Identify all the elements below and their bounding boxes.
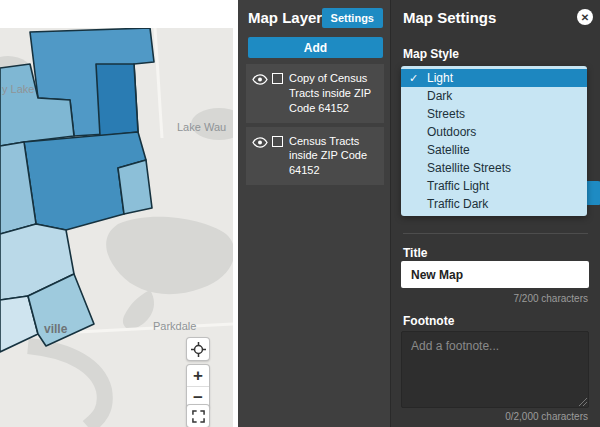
footnote-textarea[interactable] bbox=[401, 331, 589, 408]
layer-name: Census Tracts inside ZIP Code 64152 bbox=[289, 134, 378, 179]
settings-panel-title: Map Settings bbox=[403, 9, 496, 26]
title-label: Title bbox=[403, 246, 427, 260]
map-style-option[interactable]: ✓ Light bbox=[401, 69, 587, 87]
footnote-label: Footnote bbox=[403, 314, 454, 328]
map-settings-panel: Map Settings ✕ Map Style ✓ Light Dark St… bbox=[390, 0, 600, 427]
map-style-option[interactable]: Dark bbox=[401, 87, 587, 105]
layer-list: Copy of Census Tracts inside ZIP Code 64… bbox=[246, 64, 384, 189]
layers-panel: Map Layers Settings Add Copy of Census T… bbox=[238, 0, 390, 427]
title-char-counter: 7/200 characters bbox=[514, 293, 589, 304]
layer-name: Copy of Census Tracts inside ZIP Code 64… bbox=[289, 71, 378, 116]
map-label-lake: y Lake bbox=[2, 83, 34, 95]
fullscreen-button[interactable] bbox=[186, 404, 210, 427]
close-icon[interactable]: ✕ bbox=[577, 9, 593, 25]
map-style-option[interactable]: Traffic Light bbox=[401, 177, 587, 195]
map-style-option[interactable]: Streets bbox=[401, 105, 587, 123]
add-layer-button[interactable]: Add bbox=[248, 37, 383, 58]
layer-checkbox[interactable] bbox=[272, 136, 283, 147]
map-style-option[interactable]: Outdoors bbox=[401, 123, 587, 141]
map-title-input[interactable] bbox=[401, 261, 589, 288]
layer-row[interactable]: Census Tracts inside ZIP Code 64152 bbox=[246, 127, 384, 186]
locate-icon bbox=[191, 342, 206, 357]
map-canvas[interactable]: y Lake Lake Wau ville Parkdale + − bbox=[0, 0, 233, 427]
map-style-dropdown-list: ✓ Light Dark Streets Outdoors Satellite … bbox=[401, 66, 587, 216]
layers-panel-title: Map Layers bbox=[248, 9, 331, 26]
map-style-option[interactable]: Satellite Streets bbox=[401, 159, 587, 177]
divider bbox=[403, 233, 588, 234]
footnote-char-counter: 0/2,000 characters bbox=[505, 411, 588, 422]
map-style-option[interactable]: Satellite bbox=[401, 141, 587, 159]
map-style-option[interactable]: Traffic Dark bbox=[401, 195, 587, 213]
layer-settings-button[interactable]: Settings bbox=[322, 8, 383, 28]
map-label-lake-wau: Lake Wau bbox=[177, 121, 226, 133]
map-label-parkdale: Parkdale bbox=[153, 320, 196, 332]
app-window: y Lake Lake Wau ville Parkdale + − Map L… bbox=[0, 0, 600, 427]
zoom-in-button[interactable]: + bbox=[187, 365, 209, 387]
visibility-eye-icon[interactable] bbox=[252, 73, 268, 86]
layer-row[interactable]: Copy of Census Tracts inside ZIP Code 64… bbox=[246, 64, 384, 123]
map-style-label: Map Style bbox=[403, 47, 459, 61]
locate-button[interactable] bbox=[186, 337, 210, 361]
fullscreen-icon bbox=[192, 410, 205, 423]
layer-checkbox[interactable] bbox=[272, 73, 283, 84]
check-icon: ✓ bbox=[409, 69, 418, 87]
map-label-town: ville bbox=[44, 322, 67, 336]
visibility-eye-icon[interactable] bbox=[252, 136, 268, 149]
resize-handle-icon[interactable] bbox=[577, 396, 587, 406]
